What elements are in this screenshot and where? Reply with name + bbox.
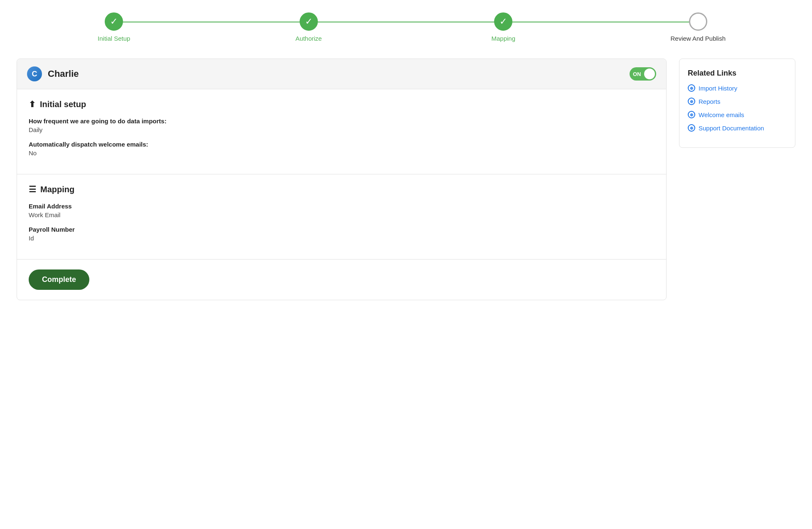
initial-setup-heading: ⬆ Initial setup [29, 99, 655, 109]
step-label-initial-setup: Initial Setup [98, 35, 130, 42]
email-address-field: Email Address Work Email [29, 203, 655, 218]
step-circle-mapping: ✓ [494, 12, 512, 31]
on-off-toggle[interactable]: ON [630, 67, 656, 81]
initial-setup-title: Initial setup [40, 100, 86, 109]
reports-icon: ⊕ [688, 98, 695, 105]
related-links-sidebar: Related Links ⊕ Import History ⊕ Reports… [679, 59, 795, 148]
mapping-section: ☰ Mapping Email Address Work Email Payro… [17, 174, 666, 260]
mapping-heading: ☰ Mapping [29, 184, 655, 194]
import-frequency-label: How frequent we are going to do data imp… [29, 118, 655, 125]
step-label-authorize: Authorize [295, 35, 322, 42]
main-card: C Charlie ON ⬆ Initial setup How frequen… [17, 59, 667, 300]
related-links-title: Related Links [688, 69, 787, 78]
step-label-mapping: Mapping [491, 35, 515, 42]
welcome-emails-field: Automatically dispatch welcome emails: N… [29, 141, 655, 157]
step-circle-review-publish [689, 12, 707, 31]
welcome-emails-link-icon: ⊕ [688, 111, 695, 118]
stepper-step-initial-setup: ✓ Initial Setup [17, 12, 212, 42]
payroll-number-value: Id [29, 235, 655, 242]
welcome-emails-label: Automatically dispatch welcome emails: [29, 141, 655, 148]
mapping-icon: ☰ [29, 184, 36, 194]
card-title: Charlie [48, 69, 79, 79]
complete-button[interactable]: Complete [29, 269, 89, 290]
welcome-emails-link[interactable]: ⊕ Welcome emails [688, 111, 787, 118]
welcome-emails-value: No [29, 149, 655, 157]
stepper: ✓ Initial Setup ✓ Authorize ✓ Mapping Re… [17, 12, 795, 42]
toggle-label: ON [633, 71, 641, 77]
import-frequency-field: How frequent we are going to do data imp… [29, 118, 655, 133]
initial-setup-section: ⬆ Initial setup How frequent we are goin… [17, 89, 666, 174]
toggle-knob [644, 69, 655, 79]
email-address-value: Work Email [29, 211, 655, 218]
step-circle-authorize: ✓ [300, 12, 318, 31]
card-header-left: C Charlie [27, 66, 79, 81]
reports-link[interactable]: ⊕ Reports [688, 98, 787, 105]
mapping-title: Mapping [40, 185, 74, 194]
toggle-container: ON [630, 67, 656, 81]
email-address-label: Email Address [29, 203, 655, 210]
step-circle-initial-setup: ✓ [105, 12, 123, 31]
support-documentation-link[interactable]: ⊕ Support Documentation [688, 124, 787, 132]
support-documentation-icon: ⊕ [688, 124, 695, 132]
initial-setup-icon: ⬆ [29, 99, 36, 109]
card-header: C Charlie ON [17, 59, 666, 89]
import-frequency-value: Daily [29, 126, 655, 133]
payroll-number-label: Payroll Number [29, 226, 655, 233]
import-history-link[interactable]: ⊕ Import History [688, 84, 787, 92]
import-history-icon: ⊕ [688, 84, 695, 92]
stepper-step-authorize: ✓ Authorize [212, 12, 406, 42]
payroll-number-field: Payroll Number Id [29, 226, 655, 242]
complete-section: Complete [17, 260, 666, 300]
main-layout: C Charlie ON ⬆ Initial setup How frequen… [17, 59, 795, 300]
step-label-review-publish: Review And Publish [670, 35, 726, 42]
stepper-step-review-publish: Review And Publish [601, 12, 796, 42]
stepper-step-mapping: ✓ Mapping [406, 12, 601, 42]
charlie-icon: C [27, 66, 42, 81]
